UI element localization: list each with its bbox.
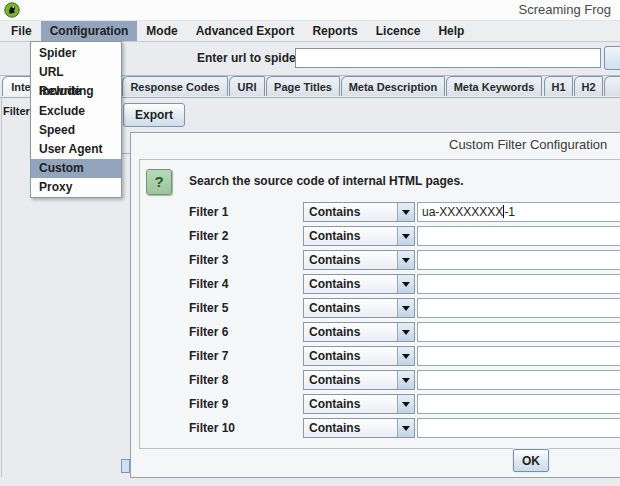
menu-item-file[interactable]: File — [2, 21, 41, 41]
filter-row: Filter 4 Contains — [131, 274, 620, 294]
filter-row-label: Filter 3 — [189, 250, 228, 270]
chevron-down-icon[interactable] — [398, 323, 414, 341]
filter-row: Filter 9 Contains — [131, 394, 620, 414]
filter-operator-combo[interactable]: Contains — [303, 418, 415, 438]
menu-item-configuration[interactable]: Configuration — [41, 21, 138, 41]
filter-row: Filter 3 Contains — [131, 250, 620, 270]
combo-selected-value: Contains — [304, 203, 398, 221]
filter-row-label: Filter 10 — [189, 418, 235, 438]
menu-item-user-agent[interactable]: User Agent — [31, 140, 121, 159]
menu-item-proxy[interactable]: Proxy — [31, 178, 121, 197]
chevron-down-icon[interactable] — [398, 395, 414, 413]
filter-row-label: Filter 1 — [189, 202, 228, 222]
menu-item-custom[interactable]: Custom — [31, 159, 121, 178]
start-button-partial[interactable] — [604, 46, 620, 70]
filter-operator-combo[interactable]: Contains — [303, 202, 415, 222]
filter-label: Filter — [3, 105, 30, 117]
tab-response-codes[interactable]: Response Codes — [122, 76, 228, 96]
chevron-down-icon[interactable] — [398, 371, 414, 389]
filter-operator-combo[interactable]: Contains — [303, 250, 415, 270]
tab-page-titles[interactable]: Page Titles — [266, 76, 340, 96]
tab-uri[interactable]: URI — [229, 76, 265, 96]
app-window: Screaming Frog File Configuration Mode A… — [0, 0, 620, 486]
menu-bar: File Configuration Mode Advanced Export … — [0, 21, 620, 42]
filter-operator-combo[interactable]: Contains — [303, 274, 415, 294]
filter-value-field[interactable] — [417, 370, 620, 390]
chevron-down-icon[interactable] — [398, 347, 414, 365]
filter-row-label: Filter 4 — [189, 274, 228, 294]
menu-item-exclude[interactable]: Exclude — [31, 102, 121, 121]
combo-selected-value: Contains — [304, 275, 398, 293]
combo-selected-value: Contains — [304, 227, 398, 245]
tab-meta-description[interactable]: Meta Description — [341, 76, 445, 96]
filter-value-field[interactable] — [417, 226, 620, 246]
title-bar: Screaming Frog — [0, 0, 620, 21]
chevron-down-icon[interactable] — [398, 275, 414, 293]
filter-operator-combo[interactable]: Contains — [303, 394, 415, 414]
menu-item-spider[interactable]: Spider — [31, 44, 121, 63]
url-input[interactable] — [295, 48, 601, 68]
filter-row-label: Filter 2 — [189, 226, 228, 246]
combo-selected-value: Contains — [304, 347, 398, 365]
filter-operator-combo[interactable]: Contains — [303, 322, 415, 342]
chevron-down-icon[interactable] — [398, 299, 414, 317]
window-left-border — [1, 97, 2, 477]
menu-item-mode[interactable]: Mode — [137, 21, 186, 41]
filter-value-field[interactable] — [417, 298, 620, 318]
filter-row-label: Filter 6 — [189, 322, 228, 342]
filter-row-label: Filter 7 — [189, 346, 228, 366]
filter-row: Filter 8 Contains — [131, 370, 620, 390]
filter-value-field[interactable] — [417, 250, 620, 270]
url-label: Enter url to spider: — [197, 51, 304, 65]
menu-item-speed[interactable]: Speed — [31, 121, 121, 140]
tab-meta-keywords[interactable]: Meta Keywords — [446, 76, 542, 96]
filter-row-label: Filter 5 — [189, 298, 228, 318]
filter-operator-combo[interactable]: Contains — [303, 370, 415, 390]
tab-h1[interactable]: H1 — [544, 76, 573, 96]
filter-row-label: Filter 9 — [189, 394, 228, 414]
menu-item-reports[interactable]: Reports — [303, 21, 366, 41]
background-scrollbar-fragment[interactable] — [121, 459, 130, 473]
filter-value-field[interactable] — [417, 322, 620, 342]
chevron-down-icon[interactable] — [398, 419, 414, 437]
filter-value-field[interactable]: ua-XXXXXXXX-1 — [417, 202, 620, 222]
filter-value-field[interactable] — [417, 394, 620, 414]
filter-row-label: Filter 8 — [189, 370, 228, 390]
configuration-menu: Spider URL Rewriting Include Exclude Spe… — [30, 41, 122, 198]
filter-row: Filter 10 Contains — [131, 418, 620, 438]
filter-row: Filter 6 Contains — [131, 322, 620, 342]
menu-item-include[interactable]: Include — [31, 82, 121, 101]
combo-selected-value: Contains — [304, 395, 398, 413]
filter-operator-combo[interactable]: Contains — [303, 298, 415, 318]
combo-selected-value: Contains — [304, 251, 398, 269]
tab-h2[interactable]: H2 — [574, 76, 603, 96]
field-text: ua-XXXXXXXX — [422, 205, 503, 219]
custom-filter-dialog: Custom Filter Configuration ? Search the… — [130, 132, 620, 478]
filter-operator-combo[interactable]: Contains — [303, 346, 415, 366]
dialog-title: Custom Filter Configuration — [449, 137, 607, 152]
combo-selected-value: Contains — [304, 371, 398, 389]
menu-item-url-rewriting[interactable]: URL Rewriting — [31, 63, 121, 82]
filter-value-field[interactable] — [417, 346, 620, 366]
frog-icon — [4, 2, 20, 18]
filter-row: Filter 7 Contains — [131, 346, 620, 366]
chevron-down-icon[interactable] — [398, 227, 414, 245]
combo-selected-value: Contains — [304, 323, 398, 341]
menu-item-advanced-export[interactable]: Advanced Export — [187, 21, 304, 41]
ok-button[interactable]: OK — [513, 449, 549, 472]
combo-selected-value: Contains — [304, 299, 398, 317]
filter-row: Filter 1 Contains ua-XXXXXXXX-1 — [131, 202, 620, 222]
export-button[interactable]: Export — [123, 103, 185, 127]
dialog-description: Search the source code of internal HTML … — [189, 174, 464, 188]
filter-value-field[interactable] — [417, 274, 620, 294]
filter-row: Filter 2 Contains — [131, 226, 620, 246]
menu-item-licence[interactable]: Licence — [367, 21, 430, 41]
menu-item-help[interactable]: Help — [429, 21, 473, 41]
tab-partial[interactable] — [604, 76, 620, 96]
filter-value-field[interactable] — [417, 418, 620, 438]
chevron-down-icon[interactable] — [398, 251, 414, 269]
app-title: Screaming Frog — [519, 2, 611, 17]
chevron-down-icon[interactable] — [398, 203, 414, 221]
filter-operator-combo[interactable]: Contains — [303, 226, 415, 246]
question-mark-icon: ? — [146, 169, 172, 195]
